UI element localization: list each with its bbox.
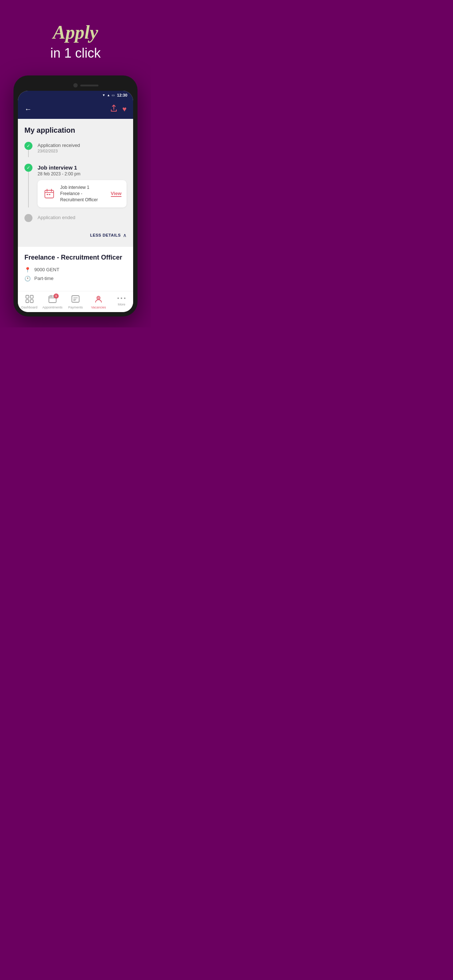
svg-rect-4 [47, 194, 48, 195]
timeline-left-2: ✓ [24, 164, 32, 207]
svg-point-20 [118, 298, 119, 299]
nav-item-dashboard[interactable]: Dashboard [19, 295, 40, 309]
calendar-icon [44, 188, 54, 199]
hero-apply-text: Apply [14, 22, 136, 43]
payments-icon [72, 295, 80, 303]
job-type-row: 🕐 Part-time [24, 275, 126, 282]
nav-icon-wrap-payments [72, 295, 80, 304]
svg-rect-7 [30, 295, 33, 298]
nav-item-vacancies[interactable]: Vacancies [88, 295, 109, 309]
timeline-item-ended: Application ended [24, 214, 126, 222]
timeline-date-interview: 28 feb 2023 - 2:00 pm [38, 171, 126, 177]
svg-point-21 [121, 298, 122, 299]
nav-label-appointments: Appointments [42, 305, 62, 309]
chevron-up-icon: ∧ [123, 232, 126, 238]
location-icon: 📍 [24, 267, 30, 273]
calendar-icon-box [43, 187, 56, 200]
job-type: Part-time [34, 275, 54, 281]
svg-rect-8 [26, 300, 29, 302]
battery-icon: ▭ [112, 93, 115, 97]
job-location-row: 📍 9000 GENT [24, 267, 126, 273]
phone-camera [73, 83, 78, 88]
nav-label-vacancies: Vacancies [91, 305, 106, 309]
timeline-dot-2: ✓ [24, 164, 32, 172]
status-time: 12:30 [117, 93, 127, 97]
nav-label-payments: Payments [68, 305, 83, 309]
nav-icon-wrap-dashboard [26, 295, 33, 304]
svg-rect-14 [72, 296, 79, 302]
job-location: 9000 GENT [34, 267, 59, 272]
timeline-left-3 [24, 214, 32, 222]
timeline-label-ended: Application ended [38, 215, 126, 220]
nav-label-more: More [118, 302, 126, 306]
timeline-label-interview: Job interview 1 [38, 164, 126, 170]
hero-section: Apply in 1 click [0, 0, 151, 75]
application-content: My application ✓ Application received 2 [18, 119, 133, 247]
appointments-badge: 1 [54, 293, 59, 299]
dashboard-icon [26, 295, 33, 303]
nav-item-appointments[interactable]: 1 Appointments [41, 295, 64, 309]
timeline-item-received: ✓ Application received 23/02/2023 [24, 142, 126, 157]
checkmark-2: ✓ [27, 165, 30, 170]
timeline-content-3: Application ended [38, 214, 126, 222]
phone-notch [18, 80, 133, 91]
nav-item-more[interactable]: More [110, 295, 132, 309]
job-section: Freelance - Recruitment Officer 📍 9000 G… [18, 247, 133, 291]
nav-icon-wrap-appointments: 1 [48, 295, 57, 304]
timeline-dot-3 [24, 214, 32, 222]
nav-item-payments[interactable]: Payments [65, 295, 86, 309]
hero-subtitle: in 1 click [14, 46, 136, 61]
less-details-row[interactable]: LESS DETAILS ∧ [24, 229, 126, 240]
vacancies-icon [94, 295, 102, 303]
timeline-line-1 [28, 150, 29, 157]
checkmark-1: ✓ [27, 143, 30, 148]
nav-icon-wrap-more [118, 295, 126, 302]
section-title: My application [24, 126, 126, 135]
signal-icon: ▲ [107, 93, 110, 97]
timeline: ✓ Application received 23/02/2023 [24, 142, 126, 222]
job-title: Freelance - Recruitment Officer [24, 253, 126, 262]
timeline-left-1: ✓ [24, 142, 32, 157]
svg-point-22 [124, 298, 126, 299]
timeline-line-2 [28, 172, 29, 207]
phone-mockup: ▼ ▲ ▭ 12:30 ← ♥ [13, 75, 137, 317]
app-header: ← ♥ [18, 100, 133, 119]
timeline-label-received: Application received [38, 143, 126, 148]
less-details-text: LESS DETAILS [90, 233, 121, 237]
phone-wrapper: ▼ ▲ ▭ 12:30 ← ♥ [0, 75, 151, 328]
phone-speaker [80, 84, 99, 86]
interview-card-text: Job interview 1 Freelance - Recruitment … [60, 185, 107, 203]
more-icon [118, 296, 126, 300]
timeline-date-received: 23/02/2023 [38, 149, 126, 153]
phone-screen: ▼ ▲ ▭ 12:30 ← ♥ [18, 91, 133, 312]
timeline-dot-1: ✓ [24, 142, 32, 150]
clock-icon: 🕐 [24, 275, 30, 282]
timeline-content-2: Job interview 1 28 feb 2023 - 2:00 pm [38, 164, 126, 207]
svg-point-18 [97, 296, 100, 299]
favorite-icon[interactable]: ♥ [122, 105, 126, 113]
bottom-nav: Dashboard 1 Appointments [18, 291, 133, 312]
timeline-item-interview: ✓ Job interview 1 28 feb 2023 - 2:00 pm [24, 164, 126, 207]
view-button[interactable]: View [111, 191, 121, 197]
status-icons: ▼ ▲ ▭ [102, 93, 115, 97]
svg-point-19 [98, 297, 99, 299]
nav-icon-wrap-vacancies [94, 295, 102, 304]
svg-rect-6 [26, 295, 29, 298]
svg-rect-5 [49, 194, 50, 195]
timeline-content-1: Application received 23/02/2023 [38, 142, 126, 157]
svg-rect-9 [30, 300, 33, 302]
back-button[interactable]: ← [24, 105, 32, 113]
wifi-icon: ▼ [102, 93, 105, 97]
nav-label-dashboard: Dashboard [22, 305, 38, 309]
interview-card: Job interview 1 Freelance - Recruitment … [38, 180, 126, 207]
header-actions: ♥ [110, 105, 126, 114]
status-bar: ▼ ▲ ▭ 12:30 [18, 91, 133, 100]
share-icon[interactable] [110, 105, 117, 114]
